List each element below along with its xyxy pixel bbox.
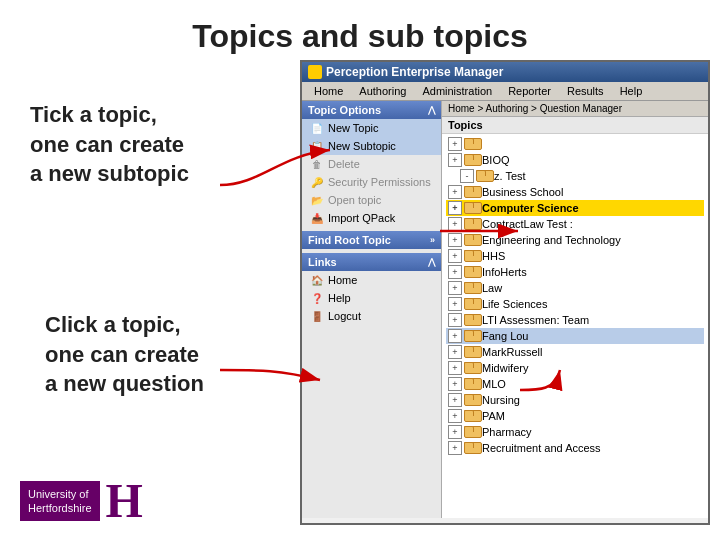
folder-law-icon bbox=[464, 282, 480, 294]
folder-lti-icon bbox=[464, 314, 480, 326]
tree-expand-infoherts[interactable]: + bbox=[448, 265, 462, 279]
tree-expand-midwifery[interactable]: + bbox=[448, 361, 462, 375]
tree-expand-business[interactable]: + bbox=[448, 185, 462, 199]
tree-expand-eng[interactable]: + bbox=[448, 233, 462, 247]
folder-nursing-icon bbox=[464, 394, 480, 406]
tree-item-recruitment[interactable]: + Recruitment and Access bbox=[446, 440, 704, 456]
logcut-link[interactable]: 🚪 Logcut bbox=[302, 307, 441, 325]
open-topic-item[interactable]: 📂 Open topic bbox=[302, 191, 441, 209]
tree-item-infoherts[interactable]: + InfoHerts bbox=[446, 264, 704, 280]
tree-item-lti[interactable]: + LTI Assessmen: Team bbox=[446, 312, 704, 328]
tree-item-contract[interactable]: + ContractLaw Test : bbox=[446, 216, 704, 232]
tree-expand-fanglou[interactable]: + bbox=[448, 329, 462, 343]
menu-administration[interactable]: Administration bbox=[414, 84, 500, 98]
tree-item[interactable]: + bbox=[446, 136, 704, 152]
tree-expand-hhs[interactable]: + bbox=[448, 249, 462, 263]
callout-click-topic: Click a topic, one can create a new ques… bbox=[45, 310, 204, 399]
tree-expand-pharmacy[interactable]: + bbox=[448, 425, 462, 439]
links-header: Links ⋀ bbox=[302, 253, 441, 271]
app-title: Perception Enterprise Manager bbox=[326, 65, 503, 79]
open-topic-icon: 📂 bbox=[310, 193, 324, 207]
tree-item-mlo[interactable]: + MLO bbox=[446, 376, 704, 392]
folder-eng-icon bbox=[464, 234, 480, 246]
tree-item-midwifery[interactable]: + Midwifery bbox=[446, 360, 704, 376]
tree-expand-icon[interactable]: + bbox=[448, 137, 462, 151]
folder-fanglou-icon bbox=[464, 330, 480, 342]
tree-expand-bioq[interactable]: + bbox=[448, 153, 462, 167]
tree-item-lifesciences[interactable]: + Life Sciences bbox=[446, 296, 704, 312]
menu-results[interactable]: Results bbox=[559, 84, 612, 98]
tree-expand-lti[interactable]: + bbox=[448, 313, 462, 327]
new-topic-item[interactable]: 📄 New Topic bbox=[302, 119, 441, 137]
folder-hhs-icon bbox=[464, 250, 480, 262]
tree-item-eng[interactable]: + Engineering and Technology bbox=[446, 232, 704, 248]
import-qpack-item[interactable]: 📥 Import QPack bbox=[302, 209, 441, 227]
help-link[interactable]: ❓ Help bbox=[302, 289, 441, 307]
tree-item-bioq[interactable]: + BIOQ bbox=[446, 152, 704, 168]
tree-item-markrussell[interactable]: + MarkRussell bbox=[446, 344, 704, 360]
tree-expand-nursing[interactable]: + bbox=[448, 393, 462, 407]
app-window: Perception Enterprise Manager Home Autho… bbox=[300, 60, 710, 525]
tree-item-ztest[interactable]: - z. Test bbox=[446, 168, 704, 184]
folder-midwifery-icon bbox=[464, 362, 480, 374]
left-panel: Topic Options ⋀ 📄 New Topic 📋 New Subtop… bbox=[302, 101, 442, 518]
delete-icon: 🗑 bbox=[310, 157, 324, 171]
tree-expand-contract[interactable]: + bbox=[448, 217, 462, 231]
tree-expand-pam[interactable]: + bbox=[448, 409, 462, 423]
find-root-section: Find Root Topic » bbox=[302, 231, 441, 249]
tree-item-hhs[interactable]: + HHS bbox=[446, 248, 704, 264]
folder-bioq-icon bbox=[464, 154, 480, 166]
security-permissions-item[interactable]: 🔑 Security Permissions bbox=[302, 173, 441, 191]
tree-expand-cs[interactable]: + bbox=[448, 201, 462, 215]
tree-item-pharmacy[interactable]: + Pharmacy bbox=[446, 424, 704, 440]
folder-pam-icon bbox=[464, 410, 480, 422]
menu-help[interactable]: Help bbox=[612, 84, 651, 98]
new-subtopic-item[interactable]: 📋 New Subtopic bbox=[302, 137, 441, 155]
content-area: Topic Options ⋀ 📄 New Topic 📋 New Subtop… bbox=[302, 101, 708, 518]
folder-markrussell-icon bbox=[464, 346, 480, 358]
tree-item-pam[interactable]: + PAM bbox=[446, 408, 704, 424]
tree-item-nursing[interactable]: + Nursing bbox=[446, 392, 704, 408]
folder-cs-icon bbox=[464, 202, 480, 214]
tree-expand-markrussell[interactable]: + bbox=[448, 345, 462, 359]
tree-item-cs[interactable]: + Computer Science bbox=[446, 200, 704, 216]
topic-options-header: Topic Options ⋀ bbox=[302, 101, 441, 119]
delete-item[interactable]: 🗑 Delete bbox=[302, 155, 441, 173]
tree-expand-lifesciences[interactable]: + bbox=[448, 297, 462, 311]
tree-item-business[interactable]: + Business School bbox=[446, 184, 704, 200]
topics-title: Topics bbox=[442, 117, 708, 134]
university-logo: University of Hertfordshire H bbox=[20, 477, 143, 525]
home-link[interactable]: 🏠 Home bbox=[302, 271, 441, 289]
university-name: University of Hertfordshire bbox=[20, 481, 100, 522]
links-section: Links ⋀ 🏠 Home ❓ Help 🚪 Logcut bbox=[302, 253, 441, 325]
find-root-arrows[interactable]: » bbox=[430, 235, 435, 245]
tree-item-law[interactable]: + Law bbox=[446, 280, 704, 296]
tree-expand-ztest[interactable]: - bbox=[460, 169, 474, 183]
page-title: Topics and sub topics bbox=[0, 0, 720, 65]
tree-item-fanglou[interactable]: + Fang Lou bbox=[446, 328, 704, 344]
university-h-letter: H bbox=[106, 477, 143, 525]
folder-lifesciences-icon bbox=[464, 298, 480, 310]
menu-reporter[interactable]: Reporter bbox=[500, 84, 559, 98]
callout-tick-topic: Tick a topic, one can create a new subto… bbox=[30, 100, 189, 189]
tree-container: + + BIOQ - z. Test + bbox=[442, 134, 708, 458]
folder-mlo-icon bbox=[464, 378, 480, 390]
menu-bar: Home Authoring Administration Reporter R… bbox=[302, 82, 708, 101]
menu-home[interactable]: Home bbox=[306, 84, 351, 98]
tree-expand-law[interactable]: + bbox=[448, 281, 462, 295]
import-icon: 📥 bbox=[310, 211, 324, 225]
folder-contract-icon bbox=[464, 218, 480, 230]
folder-infoherts-icon bbox=[464, 266, 480, 278]
new-topic-icon: 📄 bbox=[310, 121, 324, 135]
links-arrows[interactable]: ⋀ bbox=[428, 257, 435, 267]
app-icon bbox=[308, 65, 322, 79]
right-panel: Home > Authoring > Question Manager Topi… bbox=[442, 101, 708, 518]
tree-expand-mlo[interactable]: + bbox=[448, 377, 462, 391]
menu-authoring[interactable]: Authoring bbox=[351, 84, 414, 98]
folder-icon bbox=[464, 138, 480, 150]
folder-recruitment-icon bbox=[464, 442, 480, 454]
folder-business-icon bbox=[464, 186, 480, 198]
tree-expand-recruitment[interactable]: + bbox=[448, 441, 462, 455]
help-icon: ❓ bbox=[310, 291, 324, 305]
collapse-arrows[interactable]: ⋀ bbox=[428, 105, 435, 115]
